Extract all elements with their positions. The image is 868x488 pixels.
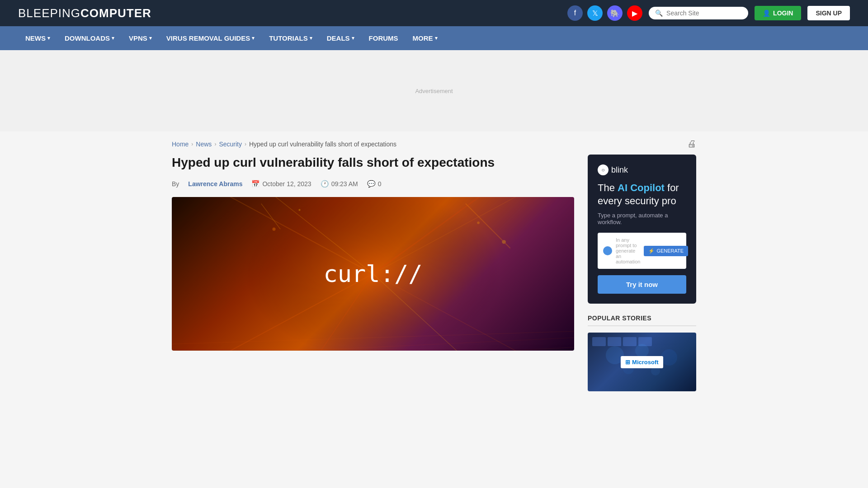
breadcrumb-security[interactable]: Security xyxy=(219,141,242,148)
author-by-label: By xyxy=(172,180,179,188)
chevron-down-icon: ▾ xyxy=(112,35,114,41)
clock-icon: 🕐 xyxy=(321,180,329,188)
svg-point-20 xyxy=(661,349,677,366)
ad-card-subtext: Type a prompt, automate a workflow. xyxy=(598,212,686,225)
generate-label: GENERATE xyxy=(656,248,684,253)
facebook-icon[interactable]: f xyxy=(567,5,583,21)
ad-banner: Advertisement xyxy=(0,50,868,131)
logo-prefix: BLEEPING xyxy=(18,6,80,20)
mastodon-icon[interactable]: 🐘 xyxy=(607,5,623,21)
chevron-right-icon: › xyxy=(191,141,193,147)
chevron-right-icon: › xyxy=(245,141,246,147)
breadcrumb-news[interactable]: News xyxy=(196,141,212,148)
breadcrumb-current: Hyped up curl vulnerability falls short … xyxy=(249,141,396,148)
search-bar: 🔍 xyxy=(649,7,748,19)
youtube-icon[interactable]: ▶ xyxy=(627,5,642,21)
main-nav: NEWS ▾ DOWNLOADS ▾ VPNS ▾ VIRUS REMOVAL … xyxy=(0,26,868,50)
logo-suffix: COMPUTER xyxy=(80,6,151,20)
chevron-down-icon: ▾ xyxy=(352,35,354,41)
ad-headline-highlight: AI Copilot xyxy=(618,182,665,193)
user-icon: 👤 xyxy=(763,9,770,17)
site-logo[interactable]: BLEEPINGCOMPUTER xyxy=(18,6,151,20)
svg-point-13 xyxy=(477,222,480,225)
chevron-down-icon: ▾ xyxy=(435,35,438,41)
calendar-icon: 📅 xyxy=(251,180,260,188)
svg-point-19 xyxy=(635,344,649,357)
social-icons: f 𝕏 🐘 ▶ xyxy=(567,5,642,21)
blink-logo-icon: ○ xyxy=(598,164,609,175)
search-input[interactable] xyxy=(666,9,742,17)
search-icon: 🔍 xyxy=(655,9,663,17)
meta-date: 📅 October 12, 2023 xyxy=(251,180,311,188)
chevron-down-icon: ▾ xyxy=(47,35,50,41)
article-hero-image: curl:// xyxy=(172,197,574,351)
twitter-icon[interactable]: 𝕏 xyxy=(587,5,603,21)
author-link[interactable]: Lawrence Abrams xyxy=(188,180,242,188)
content-layout: Hyped up curl vulnerability falls short … xyxy=(172,155,696,409)
login-button[interactable]: 👤 LOGIN xyxy=(755,6,801,20)
site-header: BLEEPINGCOMPUTER f 𝕏 🐘 ▶ 🔍 👤 LOGIN SIGN … xyxy=(0,0,868,26)
nav-item-more[interactable]: MORE ▾ xyxy=(406,26,445,50)
article-sidebar: ○ blink The AI Copilot for every securit… xyxy=(588,155,696,391)
popular-stories-section: POPULAR STORIES xyxy=(588,314,696,391)
main-container: Home › News › Security › Hyped up curl v… xyxy=(163,131,705,409)
nav-item-news[interactable]: NEWS ▾ xyxy=(18,26,57,50)
ad-input-placeholder: In any prompt to generate an automation xyxy=(616,237,640,264)
svg-point-14 xyxy=(273,228,276,231)
meta-time: 🕐 09:23 AM xyxy=(321,180,358,188)
ad-card-headline: The AI Copilot for every security pro xyxy=(598,182,686,207)
curl-logo-text: curl:// xyxy=(323,260,422,287)
article-main: Hyped up curl vulnerability falls short … xyxy=(172,155,574,391)
article-meta: By Lawrence Abrams 📅 October 12, 2023 🕐 … xyxy=(172,180,574,188)
blink-logo: ○ blink xyxy=(598,164,686,175)
nav-item-tutorials[interactable]: TUTORIALS ▾ xyxy=(262,26,320,50)
lightning-icon: ⚡ xyxy=(648,248,655,254)
signup-label: SIGN UP xyxy=(816,9,842,17)
microsoft-logo: ⊞ Microsoft xyxy=(621,356,663,368)
chevron-right-icon: › xyxy=(214,141,216,147)
nav-item-downloads[interactable]: DOWNLOADS ▾ xyxy=(57,26,122,50)
nav-item-vpns[interactable]: VPNS ▾ xyxy=(122,26,159,50)
nav-item-forums[interactable]: FORUMS xyxy=(362,26,406,50)
header-right: f 𝕏 🐘 ▶ 🔍 👤 LOGIN SIGN UP xyxy=(567,5,850,21)
nav-item-virus-removal[interactable]: VIRUS REMOVAL GUIDES ▾ xyxy=(159,26,262,50)
breadcrumb-home[interactable]: Home xyxy=(172,141,189,148)
chevron-down-icon: ▾ xyxy=(252,35,255,41)
ad-headline-prefix: The xyxy=(598,182,618,193)
blink-logo-text: blink xyxy=(611,165,628,175)
comment-icon: 💬 xyxy=(367,180,376,188)
try-now-button[interactable]: Try it now xyxy=(598,275,686,294)
popular-stories-heading: POPULAR STORIES xyxy=(588,314,696,326)
blink-ad-card: ○ blink The AI Copilot for every securit… xyxy=(588,155,696,304)
chevron-down-icon: ▾ xyxy=(149,35,152,41)
login-label: LOGIN xyxy=(773,9,793,17)
breadcrumb: Home › News › Security › Hyped up curl v… xyxy=(172,131,696,155)
meta-comments[interactable]: 💬 0 xyxy=(367,180,382,188)
signup-button[interactable]: SIGN UP xyxy=(807,6,850,20)
article-title: Hyped up curl vulnerability falls short … xyxy=(172,155,574,171)
ad-input-icon xyxy=(603,246,612,255)
chevron-down-icon: ▾ xyxy=(310,35,312,41)
svg-point-15 xyxy=(298,209,300,211)
ad-input-mock: In any prompt to generate an automation … xyxy=(598,233,686,269)
popular-story-image[interactable]: ⊞ Microsoft xyxy=(588,333,696,391)
print-icon[interactable]: 🖨 xyxy=(687,139,696,149)
nav-item-deals[interactable]: DEALS ▾ xyxy=(320,26,362,50)
ad-generate-button[interactable]: ⚡ GENERATE xyxy=(644,246,688,256)
